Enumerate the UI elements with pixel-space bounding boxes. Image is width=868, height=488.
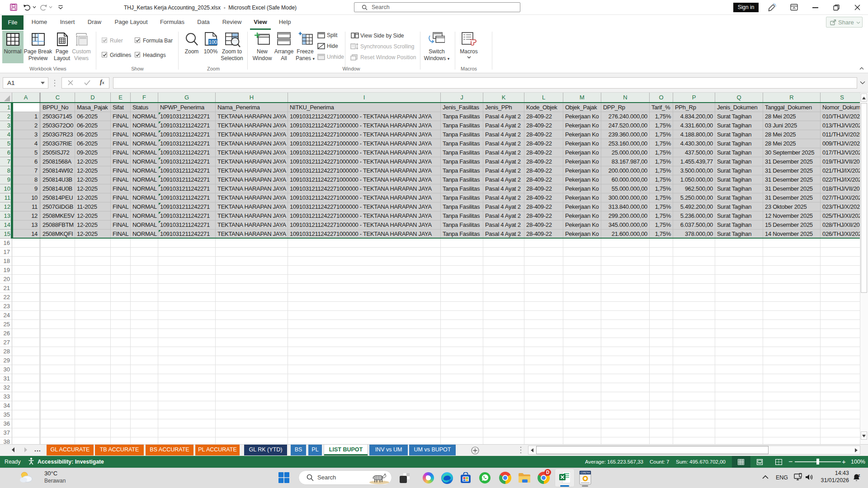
svg-text:100: 100 — [209, 39, 217, 45]
svg-text:z: z — [858, 474, 860, 478]
svg-text:CORETAX: CORETAX — [580, 472, 590, 474]
